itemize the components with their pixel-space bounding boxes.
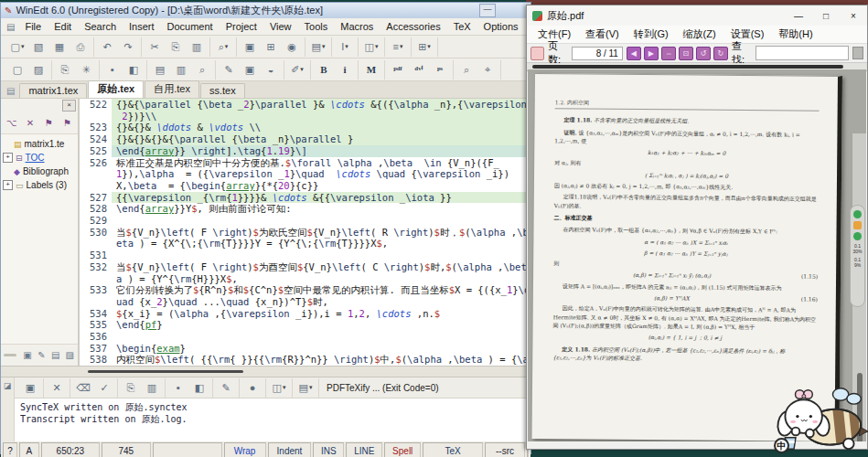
status-cell-blank[interactable]	[153, 442, 222, 457]
insert-object-button[interactable]: ▤▾	[308, 37, 328, 57]
status-cell-LINE[interactable]: LINE	[346, 442, 382, 457]
tab-ss.tex[interactable]: ss.tex	[200, 83, 245, 98]
fit-page-button[interactable]: ⊡	[679, 47, 693, 60]
print-button[interactable]: ⎙	[70, 37, 91, 57]
gather-panel-button[interactable]: ▣	[22, 345, 32, 365]
tree-item-matrix1.te[interactable]: ▤matrix1.te	[3, 137, 76, 151]
expand-toggle[interactable]: +	[3, 153, 13, 163]
macro-menu-button[interactable]: ✐▾	[287, 60, 307, 80]
pdf-menu-2[interactable]: 转到(G)	[627, 27, 676, 41]
zoom-find-button[interactable]: ⌕	[192, 60, 212, 80]
bw-console-button[interactable]: ◧	[189, 378, 209, 398]
flag-filter-button[interactable]: ⚑	[41, 113, 57, 133]
pdf-menu-3[interactable]: 缩放(Z)	[676, 27, 723, 41]
status-cell-INS[interactable]: INS	[313, 442, 344, 457]
ime-indicator[interactable]: 中	[774, 438, 789, 453]
tree-item-TOC[interactable]: +⊟TOC	[3, 151, 76, 165]
open-file-button[interactable]: ▧	[28, 37, 48, 57]
output-dock-icon[interactable]: ◪	[4, 381, 12, 390]
tab-document-icon[interactable]: ▤	[3, 86, 19, 98]
tree-options-button[interactable]: ▤	[50, 345, 60, 365]
copy-format-button[interactable]: ⎘	[55, 60, 75, 80]
tab-自用.tex[interactable]: 自用.tex	[145, 80, 199, 98]
picture-tool-button[interactable]: ◫▾	[361, 37, 381, 57]
tex-to-pdf-button[interactable]: ᵖᵈᶠ	[388, 60, 408, 80]
delete-node-button[interactable]: ✕	[22, 113, 38, 133]
prev-page-button[interactable]: ◀	[627, 47, 641, 60]
fit-width-button[interactable]: ⇔	[661, 47, 676, 60]
ps-to-pdf-button[interactable]: ᵖˢ	[430, 60, 450, 80]
winedt-menu-tex[interactable]: TeX	[447, 21, 477, 32]
package-tool-button[interactable]: ◒	[261, 60, 281, 80]
insert-image-button[interactable]: ▣	[240, 37, 260, 57]
code-line[interactable]: 538内积空间$\left( {{\rm{ }}{{\rm{R}}^n}} \r…	[80, 354, 530, 366]
list-tool-button[interactable]: ≡▾	[388, 37, 408, 57]
code-line[interactable]: 533它们分别转换为了${R^n}$和${C^n}$空间中最常见的内积计算. 而…	[80, 284, 530, 307]
floating-widget[interactable]: 0.1 30%0.1 9%	[850, 205, 865, 307]
winedt-menu-accessories[interactable]: Accessories	[380, 21, 446, 32]
cut-button[interactable]: ✂	[145, 37, 165, 57]
code-line[interactable]: 523{}&{}& \ddots & \vdots \\	[80, 122, 530, 133]
winedt-menu-insert[interactable]: Insert	[123, 21, 161, 32]
toolbar-grip[interactable]	[852, 47, 863, 59]
find-in-files-button[interactable]: ⌕	[456, 60, 477, 80]
code-line[interactable]: 530当${V_n}\left( F \right)$为欧氏空间${V_n}\l…	[80, 227, 530, 250]
pen-edit-button[interactable]: ✎	[219, 60, 239, 80]
close-output-button[interactable]: ✕	[47, 378, 67, 398]
flag-filter-2-button[interactable]: ⚑	[59, 113, 75, 133]
code-line[interactable]: 529	[80, 215, 530, 227]
rotate-left-button[interactable]: ↺	[696, 47, 711, 60]
rotate-right-button[interactable]: ↻	[713, 47, 728, 60]
sidebar-toggle-button[interactable]	[530, 47, 544, 60]
status-cell-?[interactable]: ?	[3, 442, 17, 457]
pdf-menu-5[interactable]: 帮助(H)	[771, 27, 820, 41]
code-line[interactable]: 532当${V_n}\left( F \right)$为酉空间${V_n}\le…	[80, 261, 530, 284]
view-dropdown-button[interactable]: ◫▾	[269, 378, 289, 398]
undo-button[interactable]: ↶	[97, 37, 117, 57]
matrix-tool-button[interactable]: ⊞▾	[414, 37, 434, 57]
insert-link-button[interactable]: ◉	[282, 37, 302, 57]
find-in-project-button[interactable]: ⌖	[477, 60, 498, 80]
maximize-button[interactable]: □	[812, 5, 840, 26]
refresh-tree-button[interactable]: ▨	[65, 345, 75, 365]
status-cell---src[interactable]: --src	[485, 442, 525, 457]
widget-indicator-icon[interactable]	[853, 232, 862, 240]
tab-原始.tex[interactable]: 原始.tex	[88, 80, 144, 98]
insert-table-button[interactable]: ⊞	[261, 37, 281, 57]
status-cell-TeX[interactable]: TeX	[423, 442, 483, 457]
paste-output-button[interactable]: ▥	[142, 378, 162, 398]
pen-edit-button[interactable]: ✎	[216, 378, 236, 398]
tab-matrix1.tex[interactable]: matrix1.tex	[19, 83, 87, 98]
screen-view-button[interactable]: ▣	[240, 60, 260, 80]
dock-output-button[interactable]: ▣	[20, 378, 40, 398]
copy-special-button[interactable]: ▥	[171, 60, 191, 80]
status-cell-650:23[interactable]: 650:23	[41, 442, 100, 457]
code-line[interactable]: 528\end{array}}Y$, 则由前面讨论可知:	[80, 203, 530, 215]
texify-button[interactable]: ▪	[102, 60, 123, 80]
folder-dropdown-button[interactable]: ▤▾	[295, 378, 316, 398]
pdf-menu-1[interactable]: 查看(V)	[578, 27, 627, 41]
duplicate-document-button[interactable]: ▢	[7, 60, 27, 80]
winedt-menu-search[interactable]: Search	[78, 21, 123, 32]
paste-special-button[interactable]: ▤	[150, 60, 170, 80]
italic-tool-button[interactable]: I▾	[335, 37, 355, 57]
next-page-button[interactable]: ▶	[644, 47, 659, 60]
status-cell-745[interactable]: 745	[102, 442, 151, 457]
italic-button[interactable]: i	[335, 60, 355, 80]
code-line[interactable]: 524{}&{}&{}&{\parallel {\beta _n}\parall…	[80, 133, 530, 145]
edit-panel-button[interactable]: ✎	[37, 345, 47, 365]
pdf-hscroll-thumb[interactable]	[532, 65, 843, 69]
winedt-menu-project[interactable]: Project	[220, 21, 263, 32]
find-replace-button[interactable]: ⌕▾	[213, 37, 233, 57]
code-line[interactable]: 536	[80, 331, 530, 343]
status-cell-Spell[interactable]: Spell	[384, 442, 421, 457]
status-cell-A[interactable]: A	[19, 442, 39, 457]
math-mode-button[interactable]: M	[361, 60, 381, 80]
redo-button[interactable]: ↷	[118, 37, 138, 57]
panel-close-button[interactable]: ×	[62, 100, 76, 112]
tree-item-Labels (3)[interactable]: +▭Labels (3)	[3, 178, 76, 192]
pdf-titlebar[interactable]: 原始.pdf —□×	[527, 5, 867, 26]
code-editor[interactable]: 522{}&{\parallel {\beta _2}\parallel }& …	[80, 99, 530, 366]
winedt-menu-tools[interactable]: Tools	[298, 21, 335, 32]
page-indicator[interactable]: 8 / 11	[572, 47, 623, 60]
